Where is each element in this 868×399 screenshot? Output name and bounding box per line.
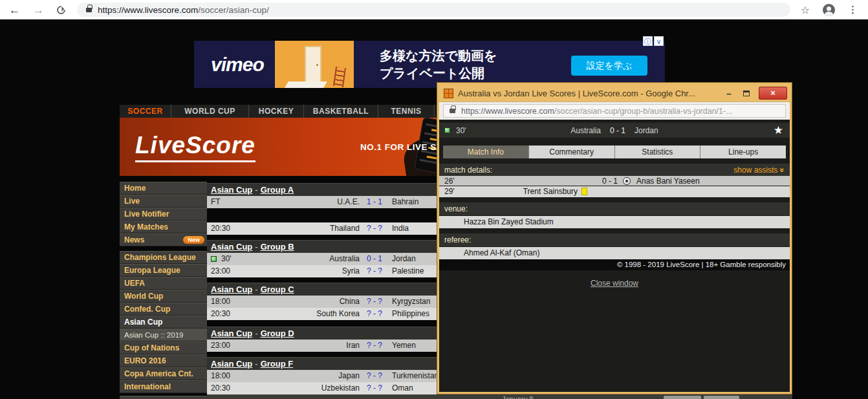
match-score[interactable]: ? - ?: [361, 265, 388, 277]
match-score[interactable]: ? - ?: [361, 382, 388, 394]
separator: -: [252, 329, 260, 338]
popup-url-path: /soccer/asian-cup/group-b/australia-vs-j…: [554, 107, 733, 116]
group-link[interactable]: Group C: [261, 285, 294, 294]
venue-value: Hazza Bin Zayed Stadium: [439, 216, 790, 228]
away-team: India: [392, 222, 409, 235]
match-score[interactable]: ? - ?: [361, 370, 388, 382]
sidebar-label: Champions League: [124, 253, 196, 262]
match-score[interactable]: ? - ?: [361, 296, 388, 308]
sidebar-item-asian-cup-2019[interactable]: Asian Cup :: 2019: [120, 329, 207, 341]
sidebar-item-international[interactable]: International: [120, 380, 207, 393]
competition-link[interactable]: Asian Cup: [211, 242, 252, 252]
ad-cta-button[interactable]: 設定を学ぶ: [571, 56, 647, 76]
sidebar-item-world-cup[interactable]: World Cup: [120, 290, 207, 303]
vimeo-ad-banner[interactable]: ⓘ ∨ vimeo 多様な方法で動画を プライベート公開 設定を学ぶ: [194, 41, 665, 88]
ad-chevron-icon[interactable]: ∨: [654, 36, 664, 46]
sidebar-item-live-notifier[interactable]: Live Notifier: [120, 208, 207, 221]
sidebar-gap: [120, 246, 207, 251]
sidebar-item-champions-league[interactable]: Champions League: [120, 251, 207, 264]
favorite-star-icon[interactable]: ★: [774, 124, 783, 137]
reload-icon[interactable]: [55, 4, 67, 16]
show-assists-link[interactable]: show assists »: [733, 166, 785, 175]
sidebar-label: Copa America Cnt.: [124, 369, 193, 378]
tab-commentary[interactable]: Commentary: [529, 146, 614, 158]
ad-info-icon[interactable]: ⓘ: [643, 36, 653, 46]
popup-address-bar[interactable]: https://www.livescore.com/soccer/asian-c…: [443, 104, 786, 118]
match-details-label: match details:: [444, 166, 492, 175]
popup-titlebar[interactable]: Australia vs Jordan Live Scores | LiveSc…: [439, 85, 790, 102]
ladder-graphic: [333, 67, 346, 87]
menu-kebab-icon[interactable]: ⋮: [848, 4, 858, 16]
sidebar-label: EURO 2016: [124, 356, 166, 365]
match-score[interactable]: ? - ?: [361, 340, 388, 352]
home-team: Iran: [233, 340, 360, 352]
forward-icon[interactable]: →: [33, 5, 44, 16]
tab-world-cup[interactable]: WORLD CUP: [171, 105, 249, 118]
tab-statistics[interactable]: Statistics: [615, 146, 700, 158]
separator: -: [252, 242, 260, 252]
tab-basketball[interactable]: BASKETBALL: [304, 105, 378, 118]
popup-content: 30' Australia 0 - 1 Jordan ★ Match Info …: [439, 120, 790, 392]
ad-copy-line1: 多様な方法で動画を: [380, 47, 497, 65]
event-player: Anas Bani Yaseen: [636, 176, 700, 186]
tab-line-ups[interactable]: Line-ups: [700, 146, 786, 158]
sidebar-item-live[interactable]: Live: [120, 195, 207, 208]
tab-match-info[interactable]: Match Info: [443, 146, 528, 158]
match-score[interactable]: 0 - 1: [361, 253, 388, 265]
sidebar-item-partial[interactable]: [120, 396, 207, 399]
bookmark-star-icon[interactable]: ☆: [801, 4, 810, 16]
match-score: 0 - 1: [610, 126, 625, 135]
minimize-icon[interactable]: –: [725, 89, 733, 98]
chevron-down-icon: »: [778, 167, 787, 172]
sidebar-item-europa-league[interactable]: Europa League: [120, 264, 207, 277]
popup-title: Australia vs Jordan Live Scores | LiveSc…: [458, 89, 725, 98]
sidebar-label: Cup of Nations: [124, 343, 179, 352]
sidebar-label: Europa League: [124, 266, 180, 275]
competition-link[interactable]: Asian Cup: [211, 329, 252, 338]
match-score[interactable]: 1 - 1: [361, 196, 388, 208]
competition-link[interactable]: Asian Cup: [211, 359, 252, 369]
match-details-header: match details: show assists »: [439, 164, 790, 176]
sidebar-item-uefa[interactable]: UEFA: [120, 277, 207, 290]
profile-avatar[interactable]: [823, 4, 835, 16]
sidebar-item-news[interactable]: NewsNew: [120, 233, 207, 246]
separator: -: [252, 285, 260, 294]
group-link[interactable]: Group D: [261, 329, 294, 338]
close-window-icon[interactable]: ×: [759, 87, 787, 100]
address-bar[interactable]: https://www.livescore.com/soccer/asian-c…: [77, 3, 790, 17]
sidebar-item-cup-of-nations[interactable]: Cup of Nations: [120, 341, 207, 354]
match-score[interactable]: ? - ?: [361, 308, 388, 320]
yellow-card-icon: [581, 188, 587, 195]
group-link[interactable]: Group B: [261, 242, 294, 252]
away-team: Philippines: [392, 308, 429, 320]
group-link[interactable]: Group A: [261, 185, 294, 195]
live-icon: [211, 256, 217, 262]
popup-url-domain: https://www.livescore.com: [461, 107, 554, 116]
away-team: Kyrgyzstan: [392, 296, 430, 308]
sidebar-item-euro-2016[interactable]: EURO 2016: [120, 354, 207, 367]
sidebar-label: Asian Cup: [124, 318, 162, 327]
sidebar-item-asian-cup[interactable]: Asian Cup: [120, 316, 207, 329]
tab-tennis[interactable]: TENNIS: [378, 105, 435, 118]
away-team: Turkmenistan: [392, 370, 439, 382]
sidebar-item-home[interactable]: Home: [120, 182, 207, 195]
match-score[interactable]: ? - ?: [361, 222, 388, 235]
group-link[interactable]: Group F: [261, 359, 294, 369]
maximize-icon[interactable]: [743, 91, 750, 96]
event-player: Trent Sainsbury: [523, 186, 578, 197]
sidebar-item-my-matches[interactable]: My Matches: [120, 221, 207, 233]
ad-copy-line2: プライベート公開: [380, 65, 497, 82]
sidebar-item-copa-america[interactable]: Copa America Cnt.: [120, 367, 207, 380]
event-score: 0 - 1: [602, 176, 618, 186]
tab-soccer[interactable]: SOCCER: [120, 105, 171, 118]
back-icon[interactable]: ←: [9, 5, 20, 16]
date-tab[interactable]: January 8: [502, 395, 533, 399]
sidebar-item-confed-cup[interactable]: Confed. Cup: [120, 303, 207, 316]
tab-hockey[interactable]: HOCKEY: [249, 105, 304, 118]
competition-link[interactable]: Asian Cup: [211, 185, 252, 195]
competition-link[interactable]: Asian Cup: [211, 285, 252, 294]
close-window-link[interactable]: Close window: [591, 279, 638, 288]
close-window-row: Close window: [439, 277, 790, 288]
home-team: Japan: [233, 370, 360, 382]
browser-toolbar: ← → https://www.livescore.com/soccer/asi…: [0, 0, 868, 19]
